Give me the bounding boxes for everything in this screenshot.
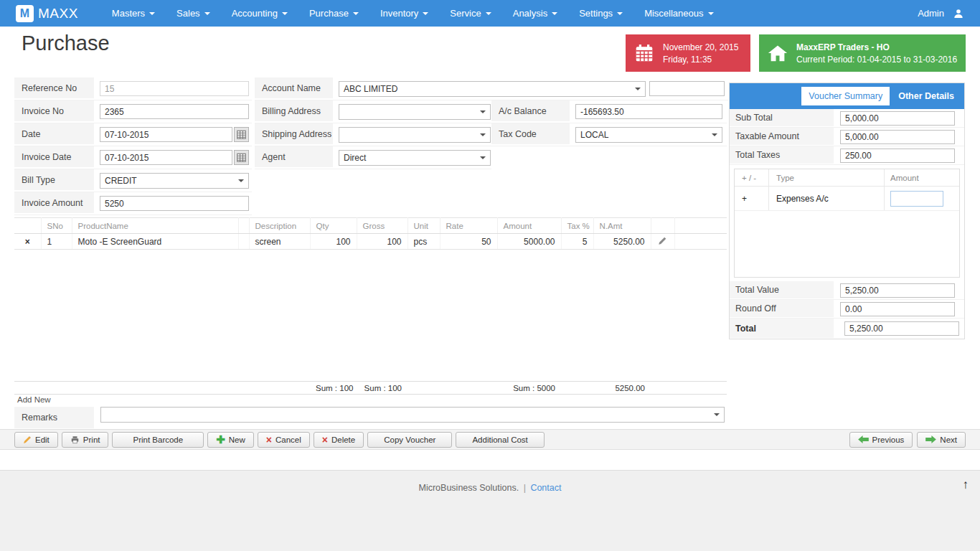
bill-type-row: Bill Type CREDIT	[14, 169, 252, 192]
copy-voucher-button[interactable]: Copy Voucher	[367, 432, 452, 448]
invoice-no-row: Invoice No	[14, 100, 252, 123]
copy-voucher-label: Copy Voucher	[384, 435, 435, 444]
company-name: MaxxERP Traders - HO	[796, 42, 957, 52]
tab-voucher-summary[interactable]: Voucher Summary	[801, 87, 890, 105]
date-calendar-button[interactable]	[234, 127, 249, 142]
nav-item-accounting[interactable]: Accounting	[221, 0, 298, 27]
product-header: ProductName	[72, 218, 238, 234]
tab-other-details[interactable]: Other Details	[891, 87, 961, 105]
next-button-label: Next	[940, 435, 957, 444]
chevron-down-icon	[149, 12, 155, 15]
item-gross: 100	[357, 234, 407, 250]
gross-header: Gross	[357, 218, 407, 234]
agent-select[interactable]: Direct	[339, 150, 491, 166]
billing-address-select[interactable]	[339, 104, 491, 120]
nav-item-inventory[interactable]: Inventory	[369, 0, 439, 27]
total-taxes-label: Total Taxes	[730, 146, 836, 164]
home-icon	[759, 42, 796, 64]
nav-item-label: Sales	[176, 8, 200, 19]
chevron-down-icon	[486, 12, 491, 15]
round-off-input[interactable]	[840, 302, 955, 316]
bill-type-value: CREDIT	[105, 176, 137, 186]
previous-button[interactable]: Previous	[849, 432, 913, 448]
footer-divider: |	[524, 483, 526, 493]
date-badge-time: Friday, 11:35	[663, 55, 738, 65]
sums-row: Sum : 100 Sum : 100 Sum : 5000 5250.00	[14, 381, 727, 395]
invoice-amount-row: Invoice Amount	[14, 192, 252, 215]
sum-qty: Sum : 100	[310, 382, 357, 395]
shipping-address-label: Shipping Address	[255, 123, 336, 146]
total-taxes-input[interactable]	[840, 149, 955, 163]
ac-balance-label: A/c Balance	[491, 100, 573, 123]
print-button[interactable]: Print	[62, 432, 109, 448]
account-name-combo[interactable]: ABC LIMITED	[339, 81, 646, 97]
nav-item-sales[interactable]: Sales	[166, 0, 221, 27]
new-button[interactable]: ✚New	[207, 432, 254, 448]
chevron-down-icon	[480, 110, 486, 113]
item-namt: 5250.00	[593, 234, 651, 250]
shipping-address-row: Shipping Address	[255, 123, 491, 146]
nav-item-label: Analysis	[513, 8, 547, 19]
nav-item-purchase[interactable]: Purchase	[298, 0, 369, 27]
ac-balance-input[interactable]	[575, 104, 722, 119]
account-name-extra-input[interactable]	[649, 81, 725, 96]
cancel-button[interactable]: ×Cancel	[258, 432, 310, 448]
maxx-logo[interactable]: M MAXX	[16, 5, 78, 22]
invoice-date-calendar-button[interactable]	[234, 150, 249, 165]
delete-x-icon: ×	[322, 435, 328, 445]
invoice-date-input[interactable]	[100, 150, 232, 165]
form-middle-column: Billing Address Shipping Address Agent D…	[255, 100, 491, 169]
nav-item-analysis[interactable]: Analysis	[502, 0, 568, 27]
footer-company: MicroBusiness Solutions.	[419, 483, 519, 493]
adjustments-table: + / - Type Amount + Expenses A/c	[734, 169, 960, 278]
current-period: Current Period: 01-04-2015 to 31-03-2016	[796, 55, 957, 65]
adj-amount-input[interactable]	[890, 191, 943, 207]
nav-item-label: Service	[450, 8, 481, 19]
next-button[interactable]: Next	[917, 432, 966, 448]
total-input[interactable]	[844, 321, 959, 336]
form-left-column: Reference No Invoice No Date Invoice Dat…	[14, 77, 252, 215]
print-barcode-button[interactable]: Print Barcode	[112, 432, 204, 448]
bill-type-select[interactable]: CREDIT	[100, 173, 249, 189]
invoice-amount-input[interactable]	[100, 196, 249, 211]
adj-sign-header: + / -	[735, 169, 769, 186]
total-value-input[interactable]	[840, 283, 955, 298]
invoice-no-input[interactable]	[100, 104, 249, 119]
edit-row-icon[interactable]	[651, 234, 674, 250]
add-new-link[interactable]: Add New	[17, 395, 51, 404]
remarks-row: Remarks	[14, 407, 727, 430]
form-right-column: A/c Balance Tax Code LOCAL	[491, 100, 727, 146]
reference-no-input[interactable]	[100, 81, 249, 96]
delete-col-header	[14, 218, 41, 234]
nav-item-settings[interactable]: Settings	[568, 0, 633, 27]
delete-button-label: Delete	[331, 435, 355, 444]
additional-cost-button[interactable]: Additional Cost	[456, 432, 544, 448]
tax-code-select[interactable]: LOCAL	[575, 127, 722, 143]
remarks-select[interactable]	[100, 407, 725, 423]
footer-contact-link[interactable]: Contact	[530, 483, 561, 493]
shipping-address-select[interactable]	[339, 127, 491, 143]
sno-header: SNo	[41, 218, 72, 234]
sub-total-input[interactable]	[840, 111, 955, 126]
nav-item-service[interactable]: Service	[439, 0, 501, 27]
date-row: Date	[14, 123, 252, 146]
nav-item-label: Masters	[112, 8, 145, 19]
nav-item-masters[interactable]: Masters	[101, 0, 166, 27]
chevron-down-icon	[712, 133, 717, 136]
delete-row-icon[interactable]: ×	[14, 234, 41, 250]
edit-button-label: Edit	[35, 435, 50, 444]
date-input[interactable]	[100, 127, 232, 142]
user-menu[interactable]: Admin	[918, 8, 964, 19]
filler-col-header	[674, 218, 727, 234]
adjustment-row: + Expenses A/c	[735, 187, 959, 211]
adjustments-header: + / - Type Amount	[735, 169, 959, 187]
chevron-down-icon	[423, 12, 428, 15]
nav-item-label: Miscellaneous	[644, 8, 703, 19]
chevron-down-icon	[480, 133, 486, 136]
nav-item-miscellaneous[interactable]: Miscellaneous	[633, 0, 724, 27]
taxable-amount-input[interactable]	[840, 130, 955, 144]
scroll-to-top-icon[interactable]: ↑	[963, 478, 969, 492]
delete-button[interactable]: ×Delete	[314, 432, 364, 448]
round-off-label: Round Off	[730, 300, 836, 318]
edit-button[interactable]: Edit	[14, 432, 58, 448]
